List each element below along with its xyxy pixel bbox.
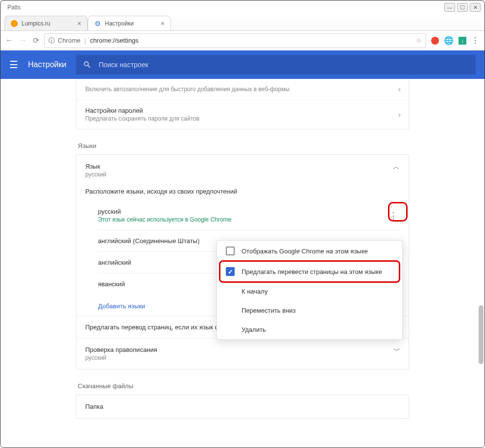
address-bar: ← → ⟳ ⓘ Chrome | chrome://settings ☆ 🌐 ↓… xyxy=(0,31,485,50)
popup-display-chrome[interactable]: Отображать Google Chrome на этом языке xyxy=(217,241,402,261)
popup-move-down[interactable]: Переместить вниз xyxy=(217,301,402,320)
minimize-button[interactable]: — xyxy=(444,3,455,12)
tab-lumpics[interactable]: Lumpics.ru × xyxy=(4,16,88,30)
folder-label: Папка xyxy=(85,403,103,410)
extension-globe-icon[interactable]: 🌐 xyxy=(444,36,454,45)
search-icon xyxy=(83,60,92,69)
add-language-link[interactable]: Добавить языки xyxy=(98,302,145,310)
language-title: Язык xyxy=(85,163,106,170)
language-sub: русский xyxy=(85,171,106,178)
spellcheck-row[interactable]: Проверка правописания русский ︿ xyxy=(76,338,409,369)
chevron-up-icon[interactable]: ︿ xyxy=(393,163,400,172)
popup-label: К началу xyxy=(242,288,267,295)
favicon-gear-icon: ⚙ xyxy=(94,20,101,27)
forward-button[interactable]: → xyxy=(19,36,27,45)
section-downloads: Скачанные файлы xyxy=(78,382,409,390)
autofill-row[interactable]: Включить автозаполнение для быстрого доб… xyxy=(76,79,409,100)
popup-translate-pages[interactable]: ✓ Предлагать перевести страницы на этом … xyxy=(217,261,402,282)
titlebar: Patts — ☐ ✕ xyxy=(0,0,485,14)
autofill-sub: Включить автозаполнение для быстрого доб… xyxy=(85,86,400,93)
popup-label: Предлагать перевести страницы на этом яз… xyxy=(242,268,382,275)
downloads-folder-row[interactable]: Папка xyxy=(76,395,409,418)
tab-title: Настройки xyxy=(105,20,134,27)
checkbox-checked-icon[interactable]: ✓ xyxy=(226,267,235,276)
back-button[interactable]: ← xyxy=(5,36,13,45)
chevron-down-icon[interactable]: ︿ xyxy=(393,346,400,355)
popup-label: Переместить вниз xyxy=(242,307,296,314)
url-text: chrome://settings xyxy=(90,37,139,44)
settings-search[interactable] xyxy=(76,55,476,75)
chevron-right-icon: › xyxy=(398,111,401,119)
close-button[interactable]: ✕ xyxy=(470,3,481,12)
bookmark-star-icon[interactable]: ☆ xyxy=(416,37,422,44)
popup-label: Отображать Google Chrome на этом языке xyxy=(242,248,368,255)
menu-icon[interactable]: ☰ xyxy=(9,59,18,71)
section-languages: Языки xyxy=(78,142,409,149)
language-name: русский xyxy=(98,208,400,215)
language-note: Этот язык сейчас используется в Google C… xyxy=(98,216,400,223)
extension-download-icon[interactable]: ↓ xyxy=(459,37,466,45)
tab-settings[interactable]: ⚙ Настройки × xyxy=(88,16,171,30)
language-item-russian: русский Этот язык сейчас используется в … xyxy=(98,201,400,230)
extension-opera-icon[interactable] xyxy=(431,37,439,45)
language-header[interactable]: Язык русский ︿ xyxy=(76,155,409,186)
omnibox[interactable]: ⓘ Chrome | chrome://settings ☆ xyxy=(44,33,426,48)
window-title: Patts xyxy=(4,4,21,11)
popup-move-top[interactable]: К началу xyxy=(217,282,402,301)
settings-appbar: ☰ Настройки xyxy=(0,50,485,79)
tab-title: Lumpics.ru xyxy=(22,20,50,27)
scrollbar-thumb[interactable] xyxy=(479,305,484,364)
popup-label: Удалить xyxy=(242,326,266,333)
passwords-row[interactable]: Настройки паролей Предлагать сохранять п… xyxy=(76,100,409,129)
settings-search-input[interactable] xyxy=(97,60,469,69)
chevron-right-icon: › xyxy=(398,85,401,93)
tab-close-icon[interactable]: × xyxy=(161,20,165,27)
spellcheck-title: Проверка правописания xyxy=(85,346,157,353)
passwords-sub: Предлагать сохранять пароли для сайтов xyxy=(85,115,400,122)
language-options-popup: Отображать Google Chrome на этом языке ✓… xyxy=(217,240,403,340)
language-options-button[interactable]: ⋮ xyxy=(385,208,402,223)
spellcheck-sub: русский xyxy=(85,354,157,361)
popup-delete[interactable]: Удалить xyxy=(217,320,402,339)
reload-button[interactable]: ⟳ xyxy=(33,36,39,45)
favicon-lumpics-icon xyxy=(11,20,18,27)
maximize-button[interactable]: ☐ xyxy=(457,3,468,12)
tab-close-icon[interactable]: × xyxy=(77,20,81,27)
language-description: Расположите языки, исходя из своих предп… xyxy=(76,186,409,201)
passwords-title: Настройки паролей xyxy=(85,107,400,114)
content-area: Включить автозаполнение для быстрого доб… xyxy=(0,79,485,448)
chrome-menu-icon[interactable]: ⋮ xyxy=(471,36,480,45)
appbar-title: Настройки xyxy=(28,60,66,69)
secure-chip[interactable]: ⓘ Chrome xyxy=(48,36,80,45)
checkbox-unchecked-icon[interactable] xyxy=(226,247,235,255)
tab-strip: Lumpics.ru × ⚙ Настройки × xyxy=(0,14,485,31)
